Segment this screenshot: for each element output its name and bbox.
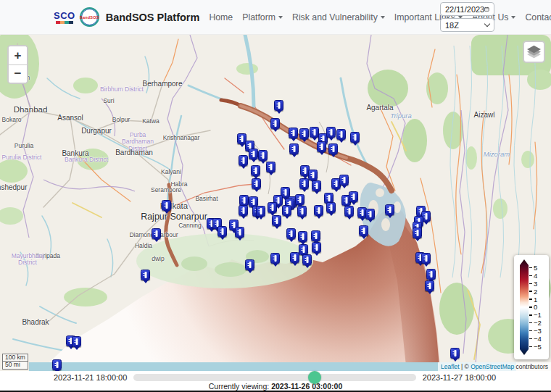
gauge-icon bbox=[242, 157, 244, 164]
gauge-icon bbox=[241, 135, 243, 142]
station-marker[interactable] bbox=[344, 206, 354, 217]
gauge-icon bbox=[252, 151, 254, 157]
station-marker[interactable] bbox=[450, 348, 460, 359]
station-marker[interactable] bbox=[328, 143, 338, 154]
station-marker[interactable] bbox=[326, 202, 336, 213]
station-marker[interactable] bbox=[297, 206, 307, 217]
gauge-icon bbox=[56, 362, 58, 368]
nav-risk-and-vulnerability[interactable]: Risk and Vulnerability bbox=[292, 12, 385, 22]
date-input[interactable]: 22/11/2023 bbox=[440, 2, 494, 16]
station-marker[interactable] bbox=[302, 254, 312, 265]
gauge-icon bbox=[277, 197, 279, 204]
station-marker[interactable] bbox=[239, 155, 248, 166]
header-controls: 22/11/2023 18Z bbox=[440, 2, 494, 32]
nav-contact[interactable]: Contact bbox=[525, 12, 551, 22]
station-marker[interactable] bbox=[317, 141, 326, 152]
station-marker[interactable] bbox=[272, 215, 281, 226]
station-marker[interactable] bbox=[52, 359, 62, 370]
header: SCO BandSOS BandSOS Platform HomePlatfor… bbox=[0, 0, 551, 35]
station-marker[interactable] bbox=[308, 170, 318, 180]
gauge-icon bbox=[302, 233, 304, 240]
gauge-icon bbox=[304, 167, 306, 174]
page-title: BandSOS Platform bbox=[106, 12, 200, 23]
station-marker[interactable] bbox=[252, 178, 261, 189]
nav-platform[interactable]: Platform bbox=[242, 12, 283, 22]
station-marker[interactable] bbox=[425, 280, 434, 291]
nav-home[interactable]: Home bbox=[209, 12, 233, 22]
station-marker[interactable] bbox=[249, 149, 258, 159]
station-marker[interactable] bbox=[299, 128, 309, 139]
station-marker[interactable] bbox=[336, 129, 346, 140]
bandsos-logo: BandSOS bbox=[80, 7, 99, 27]
station-marker[interactable] bbox=[312, 242, 321, 253]
station-marker[interactable] bbox=[251, 165, 260, 176]
colorbar-tick: −4 bbox=[529, 335, 542, 342]
station-marker[interactable] bbox=[141, 270, 150, 280]
station-marker[interactable] bbox=[256, 206, 265, 217]
colorbar-tick: 4 bbox=[529, 272, 542, 279]
station-marker[interactable] bbox=[299, 244, 308, 255]
scale-control: 100 km 50 mi bbox=[2, 354, 28, 370]
zoom-out-button[interactable]: − bbox=[9, 64, 27, 83]
gauge-icon bbox=[254, 167, 257, 174]
station-marker[interactable] bbox=[289, 128, 298, 138]
station-marker[interactable] bbox=[266, 162, 276, 172]
station-marker[interactable] bbox=[421, 253, 431, 264]
gauge-icon bbox=[454, 350, 456, 356]
station-marker[interactable] bbox=[426, 269, 436, 280]
station-marker[interactable] bbox=[365, 209, 375, 220]
station-marker[interactable] bbox=[290, 252, 299, 263]
station-marker[interactable] bbox=[413, 228, 422, 238]
timeline-end-label: 2023-11-27 18:00:00 bbox=[423, 373, 496, 382]
gauge-icon bbox=[315, 183, 318, 189]
station-marker[interactable] bbox=[274, 100, 283, 111]
gauge-icon bbox=[270, 164, 272, 170]
gauge-icon bbox=[348, 208, 350, 214]
station-marker[interactable] bbox=[349, 191, 358, 202]
station-marker[interactable] bbox=[311, 230, 320, 241]
gauge-icon bbox=[221, 228, 223, 235]
station-marker[interactable] bbox=[235, 227, 244, 238]
timeline-handle[interactable] bbox=[308, 371, 321, 384]
station-marker[interactable] bbox=[312, 180, 321, 191]
station-marker[interactable] bbox=[270, 118, 280, 129]
cycle-select[interactable]: 18Z bbox=[440, 18, 494, 32]
station-marker[interactable] bbox=[385, 204, 394, 215]
zoom-in-button[interactable]: + bbox=[9, 46, 27, 64]
station-marker[interactable] bbox=[299, 178, 309, 189]
colorbar-tick: 2 bbox=[529, 288, 542, 295]
station-marker[interactable] bbox=[359, 225, 368, 236]
station-marker[interactable] bbox=[218, 226, 227, 237]
station-marker[interactable] bbox=[258, 150, 268, 161]
timeline-slider[interactable] bbox=[133, 374, 415, 381]
surge-colorbar: 543210−1−2−3−4−5 bbox=[514, 255, 549, 359]
map-canvas[interactable]: GiridihBerhamporeBirbhum DistrictSuriDha… bbox=[0, 35, 551, 371]
station-marker[interactable] bbox=[268, 202, 277, 213]
station-marker[interactable] bbox=[350, 132, 360, 143]
station-marker[interactable] bbox=[162, 200, 171, 211]
leaflet-link[interactable]: Leaflet bbox=[441, 363, 460, 370]
station-marker[interactable] bbox=[314, 205, 323, 216]
station-marker[interactable] bbox=[72, 336, 81, 347]
main-nav: HomePlatformRisk and VulnerabilityImport… bbox=[209, 12, 551, 22]
station-marker[interactable] bbox=[339, 175, 349, 185]
station-marker[interactable] bbox=[286, 228, 296, 239]
gauge-icon bbox=[345, 197, 347, 204]
station-marker[interactable] bbox=[289, 143, 299, 154]
osm-link[interactable]: OpenStreetMap bbox=[471, 363, 514, 370]
gauge-icon bbox=[144, 272, 146, 278]
gauge-icon bbox=[293, 146, 295, 152]
station-marker[interactable] bbox=[239, 195, 249, 206]
station-marker[interactable] bbox=[239, 205, 248, 216]
station-marker[interactable] bbox=[295, 194, 304, 205]
station-marker[interactable] bbox=[152, 228, 161, 239]
station-marker[interactable] bbox=[298, 231, 307, 242]
gauge-icon bbox=[428, 283, 431, 289]
station-marker[interactable] bbox=[270, 253, 280, 264]
station-marker[interactable] bbox=[326, 127, 336, 138]
station-marker[interactable] bbox=[282, 205, 291, 216]
gauge-icon bbox=[352, 193, 355, 200]
layers-control[interactable] bbox=[523, 41, 545, 63]
date-value: 22/11/2023 bbox=[445, 5, 484, 14]
station-marker[interactable] bbox=[245, 259, 254, 270]
